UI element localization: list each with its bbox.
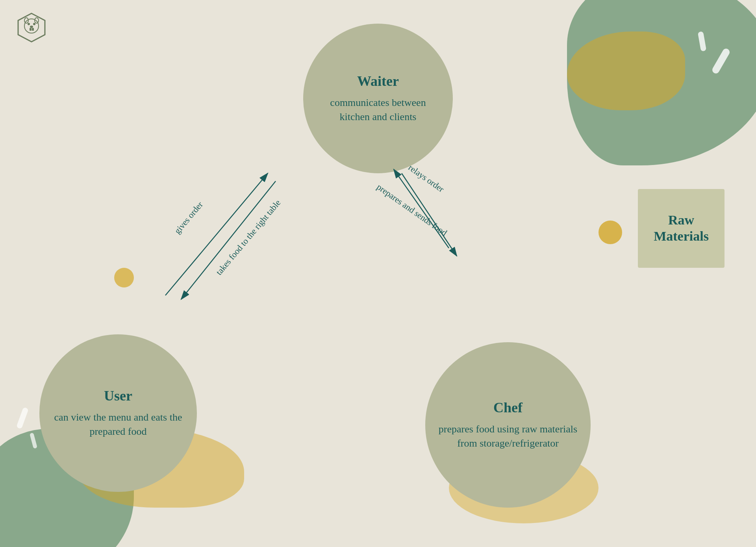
decorative-blob-top-right-gold	[567, 32, 685, 110]
raw-materials-box: Raw Materials	[638, 189, 724, 268]
arrow-label-relays-order: relays order	[406, 162, 446, 194]
svg-point-2	[28, 23, 30, 25]
svg-point-8	[35, 18, 39, 23]
arrow-label-gives-order: gives order	[172, 200, 205, 236]
decorative-blob-small-gold	[598, 221, 622, 244]
decorative-white-stroke-3	[16, 407, 29, 429]
user-title: User	[104, 388, 132, 404]
svg-rect-6	[32, 28, 34, 31]
decorative-blob-top-right-green	[567, 0, 756, 165]
user-description: can view the menu and eats the prepared …	[51, 410, 185, 439]
decorative-white-stroke-2	[698, 31, 706, 52]
logo	[16, 12, 47, 43]
raw-materials-title: Raw Materials	[646, 212, 717, 245]
chef-description: prepares food using raw materials from s…	[437, 422, 579, 451]
chef-circle: Chef prepares food using raw materials f…	[425, 342, 591, 508]
decorative-blob-small-gold-left	[114, 268, 134, 287]
arrow-takes-food	[181, 181, 276, 299]
user-circle: User can view the menu and eats the prep…	[39, 334, 197, 492]
svg-point-7	[24, 18, 28, 23]
waiter-description: communicates between kitchen and clients	[315, 96, 441, 124]
decorative-white-stroke-1	[711, 47, 731, 75]
chef-title: Chef	[493, 399, 523, 416]
svg-point-4	[30, 26, 33, 28]
waiter-title: Waiter	[357, 73, 399, 89]
svg-point-3	[33, 23, 35, 25]
svg-rect-5	[30, 28, 32, 31]
decorative-white-stroke-4	[30, 432, 37, 449]
arrow-label-takes-food: takes food to the right table	[214, 198, 283, 277]
waiter-circle: Waiter communicates between kitchen and …	[303, 24, 453, 173]
